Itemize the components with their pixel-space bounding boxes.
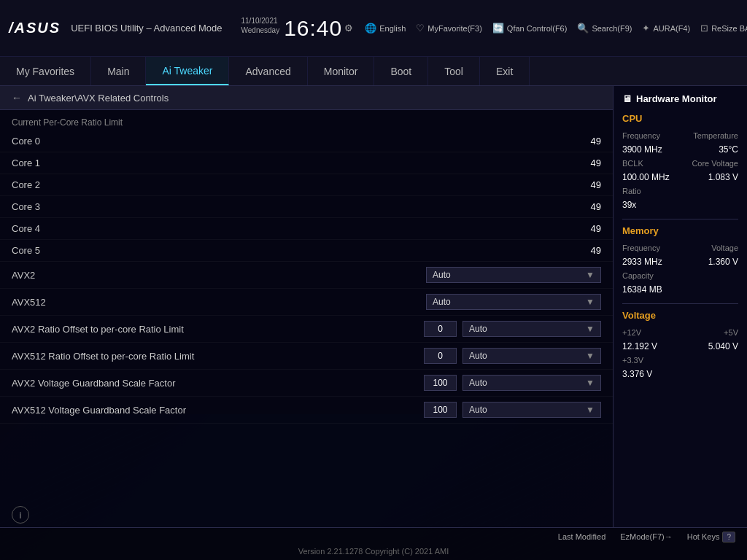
info-button[interactable]: i — [12, 506, 29, 524]
avx512-label: AVX512 — [12, 297, 426, 308]
nav-boot[interactable]: Boot — [374, 57, 428, 85]
hw-monitor-label: Hardware Monitor — [636, 93, 717, 104]
cpu-bclk-value: 100.00 MHz — [622, 172, 670, 182]
header: /ASUS UEFI BIOS Utility – Advanced Mode … — [0, 0, 747, 57]
voltage-section-title: Voltage — [622, 310, 738, 322]
cpu-frequency-label: Frequency — [622, 131, 660, 140]
avx512-ratio-offset-dropdown-arrow: ▼ — [586, 351, 595, 361]
avx512-voltage-dropdown-value: Auto — [469, 405, 487, 415]
qfan-tool[interactable]: 🔄 Qfan Control(F6) — [492, 23, 568, 34]
avx2-dropdown-arrow: ▼ — [586, 270, 595, 280]
core0-value: 49 — [557, 136, 601, 147]
nav-monitor[interactable]: Monitor — [308, 57, 375, 85]
memory-frequency-label: Frequency — [622, 244, 660, 252]
back-button[interactable]: ← — [12, 92, 22, 104]
core4-label: Core 4 — [12, 223, 557, 234]
core2-value: 49 — [557, 179, 601, 190]
hot-keys-label: Hot Keys — [687, 532, 720, 541]
cpu-frequency-value-row: 3900 MHz 35°C — [622, 144, 738, 155]
last-modified-button[interactable]: Last Modified — [558, 532, 605, 542]
qfan-label: Qfan Control(F6) — [507, 24, 568, 33]
nav-tool[interactable]: Tool — [428, 57, 480, 85]
cpu-section-title: CPU — [622, 113, 738, 125]
favorite-icon: ♡ — [416, 23, 425, 34]
core1-value: 49 — [557, 158, 601, 168]
date: 11/10/2021 — [241, 16, 280, 26]
nav-main[interactable]: Main — [91, 57, 146, 85]
footer: Last Modified EzMode(F7)→ Hot Keys ? Ver… — [0, 527, 747, 560]
table-row: AVX512 Voltage Guardband Scale Factor Au… — [0, 397, 613, 424]
day: Wednesday — [241, 26, 280, 35]
table-row: Core 5 49 — [0, 240, 613, 262]
search-tool[interactable]: 🔍 Search(F9) — [577, 23, 632, 34]
main-content: ← Ai Tweaker\AVX Related Controls Curren… — [0, 86, 747, 527]
cpu-corevoltage-label: Core Voltage — [692, 159, 738, 168]
search-icon: 🔍 — [577, 23, 589, 34]
cpu-bclk-row: BCLK Core Voltage — [622, 159, 738, 168]
nav-exit[interactable]: Exit — [480, 57, 530, 85]
avx512-voltage-dropdown[interactable]: Auto ▼ — [462, 402, 601, 418]
version-text: Version 2.21.1278 Copyright (C) 2021 AMI — [298, 547, 449, 556]
memory-capacity-row: Capacity — [622, 271, 738, 280]
datetime: 11/10/2021 Wednesday — [241, 16, 280, 35]
language-label: English — [379, 24, 406, 33]
cpu-ratio-value: 39x — [622, 200, 636, 210]
footer-version: Version 2.21.1278 Copyright (C) 2021 AMI — [298, 544, 449, 557]
avx512-ratio-offset-input[interactable] — [424, 348, 457, 364]
core2-label: Core 2 — [12, 179, 557, 190]
avx2-voltage-dropdown[interactable]: Auto ▼ — [462, 375, 601, 391]
v33-label: +3.3V — [622, 356, 643, 365]
v12-value: 12.192 V — [622, 341, 657, 351]
cpu-bclk-value-row: 100.00 MHz 1.083 V — [622, 172, 738, 182]
nav-exit-label: Exit — [496, 66, 513, 77]
myfavorite-label: MyFavorite(F3) — [427, 24, 482, 33]
avx2-voltage-input[interactable] — [424, 375, 457, 391]
memory-frequency-value-row: 2933 MHz 1.360 V — [622, 257, 738, 267]
avx2-dropdown[interactable]: Auto ▼ — [426, 267, 601, 283]
avx2-voltage-label: AVX2 Voltage Guardband Scale Factor — [12, 378, 424, 389]
settings-gear-icon[interactable]: ⚙ — [344, 23, 353, 34]
table-row: AVX2 Ratio Offset to per-core Ratio Limi… — [0, 316, 613, 343]
aura-label: AURA(F4) — [653, 24, 690, 33]
avx2-voltage-dropdown-arrow: ▼ — [586, 378, 595, 388]
resizebar-tool[interactable]: ⊡ ReSize BAR — [700, 23, 747, 34]
nav-ai-tweaker[interactable]: Ai Tweaker — [146, 57, 229, 85]
aura-tool[interactable]: ✦ AURA(F4) — [642, 23, 690, 34]
hot-keys-button[interactable]: Hot Keys ? — [687, 532, 735, 542]
memory-frequency-row: Frequency Voltage — [622, 244, 738, 252]
nav-ai-tweaker-label: Ai Tweaker — [162, 65, 212, 77]
header-tools: 🌐 English ♡ MyFavorite(F3) 🔄 Qfan Contro… — [365, 23, 747, 34]
nav-monitor-label: Monitor — [324, 66, 358, 77]
monitor-icon: 🖥 — [622, 93, 632, 104]
section-header-label: Current Per-Core Ratio Limit — [12, 117, 123, 128]
bios-title: UEFI BIOS Utility – Advanced Mode — [71, 23, 222, 34]
language-tool[interactable]: 🌐 English — [365, 23, 406, 34]
avx2-ratio-offset-input[interactable] — [424, 321, 457, 337]
avx2-ratio-offset-label: AVX2 Ratio Offset to per-core Ratio Limi… — [12, 324, 424, 335]
resizebar-icon: ⊡ — [700, 23, 708, 34]
avx2-ratio-offset-dropdown-arrow: ▼ — [586, 324, 595, 334]
avx2-ratio-offset-dropdown[interactable]: Auto ▼ — [462, 321, 601, 337]
table-row: Core 4 49 — [0, 218, 613, 240]
cpu-ratio-row: Ratio — [622, 187, 738, 195]
table-row: AVX512 Auto ▼ — [0, 289, 613, 316]
avx512-dropdown[interactable]: Auto ▼ — [426, 294, 601, 310]
avx512-voltage-input[interactable] — [424, 402, 457, 418]
avx512-voltage-dropdown-arrow: ▼ — [586, 405, 595, 415]
voltage-12-row: +12V +5V — [622, 328, 738, 337]
myfavorite-tool[interactable]: ♡ MyFavorite(F3) — [416, 23, 482, 34]
core3-label: Core 3 — [12, 201, 557, 212]
cpu-temperature-value: 35°C — [719, 144, 738, 155]
nav-my-favorites[interactable]: My Favorites — [0, 57, 91, 85]
avx512-ratio-offset-dropdown[interactable]: Auto ▼ — [462, 348, 601, 364]
voltage-section: Voltage +12V +5V 12.192 V 5.040 V +3.3V … — [622, 310, 738, 379]
navbar: My Favorites Main Ai Tweaker Advanced Mo… — [0, 57, 747, 86]
nav-advanced[interactable]: Advanced — [229, 57, 307, 85]
avx512-voltage-label: AVX512 Voltage Guardband Scale Factor — [12, 405, 424, 416]
v12-label: +12V — [622, 328, 641, 337]
v33-value: 3.376 V — [622, 369, 652, 379]
nav-main-label: Main — [107, 66, 129, 77]
ez-mode-button[interactable]: EzMode(F7)→ — [620, 532, 673, 542]
search-label: Search(F9) — [592, 24, 632, 33]
aura-icon: ✦ — [642, 23, 650, 34]
